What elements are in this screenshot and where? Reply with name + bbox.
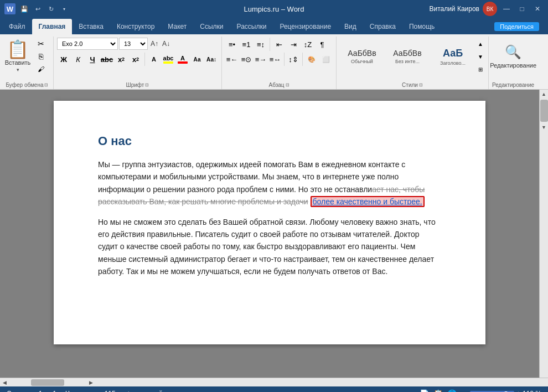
numbering-button[interactable]: ≡1 (240, 38, 253, 51)
redo-quick-btn[interactable]: ↻ (45, 3, 56, 14)
para1-text1: Мы — группа энтузиастов, одержимых идеей… (98, 160, 405, 194)
multilevel-list-button[interactable]: ≡↕ (254, 38, 267, 51)
tab-design[interactable]: Конструктор (110, 19, 161, 34)
save-quick-btn[interactable]: 💾 (19, 3, 30, 14)
clipboard-small-buttons: ✂ ⎘ 🖌 (32, 38, 50, 75)
align-right-button[interactable]: ≡→ (254, 53, 267, 66)
tab-view[interactable]: Вид (338, 19, 363, 34)
style-nospacing-preview: АаБбВв (393, 49, 421, 58)
font-size-decrease-btn[interactable]: A↓ (161, 38, 172, 50)
minimize-btn[interactable]: — (500, 3, 513, 15)
style-heading-preview: АаБ (443, 48, 463, 59)
word-app-icon: W (4, 3, 15, 14)
tab-review[interactable]: Рецензирование (273, 19, 338, 34)
tab-references[interactable]: Ссылки (193, 19, 230, 34)
show-hide-button[interactable]: ¶ (316, 38, 329, 51)
editing-button[interactable]: 🔍 Редактирование (494, 38, 533, 75)
style-no-spacing[interactable]: АаБбВв Без инте... (385, 38, 430, 75)
title-bar-left: W 💾 ↩ ↻ ▾ (4, 3, 70, 14)
page-count[interactable]: Страница 1 из 1 (7, 390, 56, 392)
clear-format-button[interactable]: Аа (190, 53, 204, 66)
tab-file[interactable]: Файл (2, 19, 32, 34)
shading-button[interactable]: 🎨 (305, 53, 318, 66)
proofing-icon[interactable]: ✓ (125, 390, 130, 392)
view-web-icon[interactable]: 🌐 (447, 389, 457, 392)
restore-btn[interactable]: □ (516, 3, 528, 15)
undo-quick-btn[interactable]: ↩ (32, 3, 43, 14)
ribbon: 📋 Вставить ▾ ✂ ⎘ 🖌 Буфер обмена ⊡ Exo 2.… (0, 34, 548, 90)
copy-button[interactable]: ⎘ (32, 50, 50, 63)
style-normal-preview: АаБбВв (348, 49, 376, 58)
borders-button[interactable]: ⬜ (319, 53, 333, 66)
paragraph-label: Абзац ⊡ (225, 81, 333, 88)
language-indicator[interactable]: русский (139, 390, 163, 392)
customize-quick-btn[interactable]: ▾ (59, 3, 70, 14)
style-heading1[interactable]: АаБ Заголово... (431, 38, 475, 75)
text-direction-button[interactable]: Аа↕ (205, 53, 218, 66)
subscript-button[interactable]: x2 (115, 53, 128, 66)
paragraph-expand-icon[interactable]: ⊡ (286, 82, 289, 87)
format-painter-button[interactable]: 🖌 (32, 63, 50, 75)
font-size-select[interactable]: 13 (119, 38, 148, 50)
paragraph-content: ≡• ≡1 ≡↕ ⇤ ⇥ ↕Z ¶ ≡← ≡⊙ ≡→ ≡↔ ↕⇕ 🎨 ⬜ (225, 38, 333, 81)
scroll-h-thumb[interactable] (31, 379, 64, 386)
tab-mailings[interactable]: Рассылки (230, 19, 273, 34)
doc-area: О нас Мы — группа энтузиастов, одержимых… (0, 90, 548, 378)
para-row2: ≡← ≡⊙ ≡→ ≡↔ ↕⇕ 🎨 ⬜ (225, 53, 333, 66)
align-left-button[interactable]: ≡← (225, 53, 239, 66)
sort-button[interactable]: ↕Z (301, 38, 314, 51)
superscript-button[interactable]: x2 (129, 53, 142, 66)
paste-label: Вставить (5, 59, 31, 66)
scroll-down-arrow[interactable]: ▼ (540, 123, 549, 132)
increase-indent-button[interactable]: ⇥ (287, 38, 300, 51)
style-nospacing-label: Без инте... (395, 59, 420, 64)
justify-button[interactable]: ≡↔ (268, 53, 282, 66)
tab-insert[interactable]: Вставка (72, 19, 110, 34)
document-page: О нас Мы — группа энтузиастов, одержимых… (54, 101, 485, 344)
text-effects-button[interactable]: A (147, 53, 161, 66)
tab-help[interactable]: Справка (363, 19, 402, 34)
align-center-button[interactable]: ≡⊙ (240, 53, 253, 66)
tab-home[interactable]: Главная (32, 19, 73, 34)
scroll-up-arrow[interactable]: ▲ (540, 90, 549, 99)
scroll-right-arrow[interactable]: ▶ (86, 378, 95, 387)
underline-button[interactable]: Ч (86, 53, 99, 66)
tab-help2[interactable]: Помощь (402, 19, 441, 34)
scroll-left-arrow[interactable]: ◀ (0, 378, 9, 387)
title-bar-right: Виталий Каиров ВК — □ ✕ (429, 2, 544, 16)
bold-button[interactable]: Ж (57, 53, 70, 66)
font-family-select[interactable]: Exo 2.0 (57, 38, 118, 50)
style-normal[interactable]: АаБбВв Обычный (340, 38, 384, 75)
font-size-increase-btn[interactable]: A↑ (149, 38, 160, 50)
styles-expand-icon[interactable]: ⊡ (419, 82, 423, 87)
view-read-icon[interactable]: 📄 (420, 389, 429, 392)
styles-scroll-up[interactable]: ▲ (476, 38, 485, 50)
zoom-in-btn[interactable]: + (516, 390, 520, 392)
strikethrough-button[interactable]: abc (100, 53, 113, 66)
tab-share[interactable]: Поделиться (488, 19, 546, 34)
font-expand-icon[interactable]: ⊡ (145, 82, 149, 87)
proofing-check-icon: ✓ (125, 390, 130, 392)
scroll-thumb[interactable] (540, 100, 548, 122)
close-btn[interactable]: ✕ (531, 3, 544, 15)
decrease-indent-button[interactable]: ⇤ (272, 38, 286, 51)
tab-layout[interactable]: Макет (161, 19, 193, 34)
clipboard-group: 📋 Вставить ▾ ✂ ⎘ 🖌 Буфер обмена ⊡ (2, 37, 54, 89)
sep2 (270, 38, 270, 51)
zoom-out-btn[interactable]: — (461, 390, 468, 392)
font-color-button[interactable]: A (176, 53, 189, 66)
horizontal-scrollbar[interactable]: ◀ ▶ (0, 378, 548, 386)
bullets-button[interactable]: ≡• (225, 38, 239, 51)
styles-scroll-down[interactable]: ▼ (476, 50, 485, 63)
view-print-icon[interactable]: 📋 (433, 389, 443, 392)
clipboard-expand-icon[interactable]: ⊡ (44, 82, 48, 87)
paste-button[interactable]: 📋 Вставить ▾ (4, 38, 31, 75)
line-spacing-button[interactable]: ↕⇕ (287, 53, 300, 66)
vertical-scrollbar[interactable]: ▲ ▼ (539, 90, 548, 378)
word-count[interactable]: Число слов: 115 (65, 390, 116, 392)
italic-button[interactable]: К (71, 53, 85, 66)
para-row1: ≡• ≡1 ≡↕ ⇤ ⇥ ↕Z ¶ (225, 38, 329, 51)
cut-button[interactable]: ✂ (32, 38, 50, 50)
styles-expand[interactable]: ⊞ (476, 63, 485, 75)
highlight-color-button[interactable]: аbc (162, 53, 175, 66)
